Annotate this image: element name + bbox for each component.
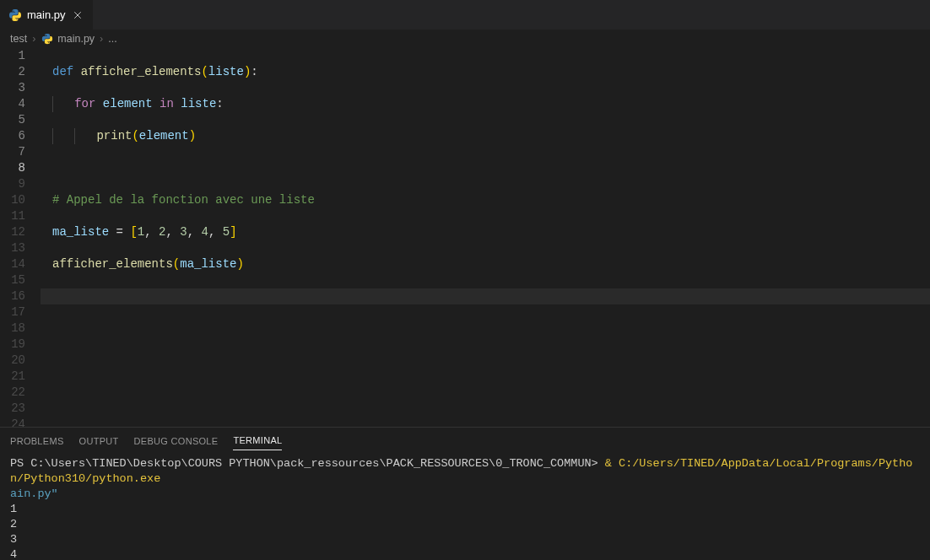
line-number-gutter: 1 2 3 4 5 6 7 8 9 10 11 12 13 14 15 16 1… (0, 48, 41, 427)
terminal-output-line: 3 (10, 533, 17, 546)
tab-terminal[interactable]: TERMINAL (233, 430, 282, 450)
bottom-panel: PROBLEMS OUTPUT DEBUG CONSOLE TERMINAL P… (0, 427, 930, 560)
chevron-right-icon: › (30, 33, 37, 45)
tab-bar: main.py (0, 0, 930, 30)
tab-main-py[interactable]: main.py (0, 0, 94, 30)
tab-problems[interactable]: PROBLEMS (10, 431, 64, 450)
code-editor[interactable]: 1 2 3 4 5 6 7 8 9 10 11 12 13 14 15 16 1… (0, 48, 930, 427)
tab-debug-console[interactable]: DEBUG CONSOLE (134, 431, 219, 450)
tab-title: main.py (27, 8, 66, 21)
python-file-icon (8, 8, 22, 22)
panel-tabs: PROBLEMS OUTPUT DEBUG CONSOLE TERMINAL (0, 428, 930, 453)
close-icon[interactable] (71, 8, 84, 22)
python-file-icon (41, 32, 54, 46)
breadcrumb[interactable]: test › main.py › ... (0, 30, 930, 48)
terminal-output-line: 1 (10, 503, 17, 515)
terminal-output-line: 4 (10, 548, 17, 560)
terminal-command-cont: ain.py" (10, 487, 58, 500)
chevron-right-icon: › (98, 33, 105, 45)
breadcrumb-file[interactable]: main.py (57, 33, 95, 45)
terminal-output-line: 2 (10, 518, 17, 530)
code-content[interactable]: def afficher_elements(liste): for elemen… (41, 48, 930, 427)
terminal-content[interactable]: PS C:\Users\TINED\Desktop\COURS PYTHON\p… (0, 453, 930, 560)
breadcrumb-folder[interactable]: test (10, 33, 27, 45)
tab-output[interactable]: OUTPUT (79, 431, 119, 450)
breadcrumb-symbol[interactable]: ... (108, 33, 116, 45)
terminal-prompt: PS C:\Users\TINED\Desktop\COURS PYTHON\p… (10, 457, 605, 470)
